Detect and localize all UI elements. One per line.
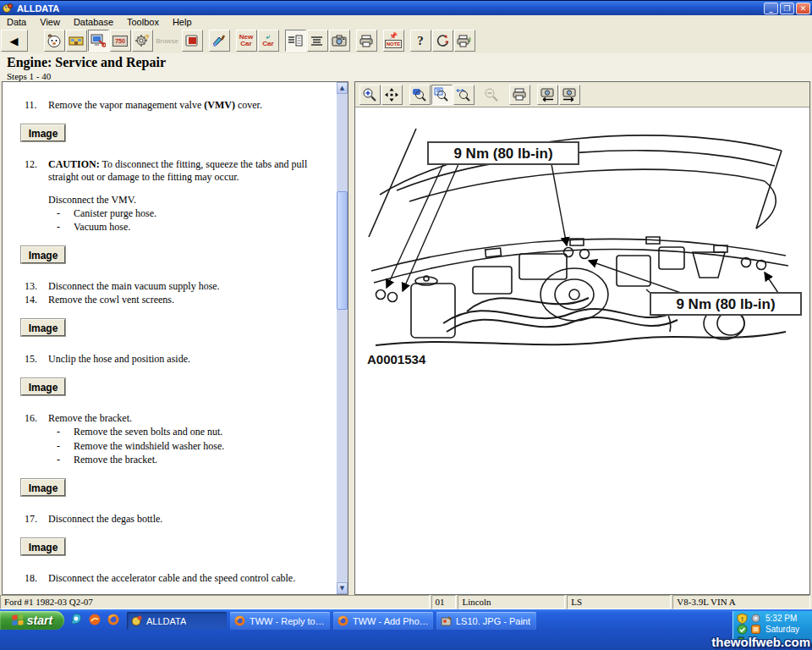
- page-subtitle: Steps 1 - 40: [7, 71, 51, 81]
- new-car-label-2: Car: [239, 41, 253, 47]
- menu-data[interactable]: Data: [0, 17, 33, 27]
- firefox-icon[interactable]: [107, 613, 120, 626]
- start-label: start: [27, 614, 52, 627]
- detail-list-button[interactable]: [285, 30, 306, 52]
- fit-page-button[interactable]: [431, 85, 453, 105]
- minimize-button[interactable]: _: [764, 3, 778, 14]
- image-button[interactable]: Image: [21, 124, 65, 141]
- security-shield-icon[interactable]: !: [737, 613, 748, 624]
- menu-help[interactable]: Help: [166, 17, 199, 27]
- status-year: 01: [431, 595, 457, 609]
- fit-page-icon: [434, 87, 449, 102]
- fax-printer-icon: [457, 35, 472, 47]
- library-button[interactable]: [182, 30, 203, 52]
- media-icon[interactable]: [88, 613, 102, 626]
- new-car-button[interactable]: New Car: [236, 30, 257, 52]
- brush-icon: [211, 34, 227, 47]
- menu-database[interactable]: Database: [67, 17, 120, 27]
- bullet-text: Remove the bracket.: [74, 453, 157, 466]
- messenger-icon[interactable]: [69, 613, 83, 626]
- refresh-button[interactable]: [432, 30, 453, 52]
- assistant-button[interactable]: [44, 30, 65, 52]
- antivirus-icon[interactable]: [737, 624, 748, 635]
- parts-button[interactable]: ?: [132, 30, 153, 52]
- bullet-dash: -: [57, 439, 74, 453]
- notes-button[interactable]: 📌NOTE: [383, 30, 404, 52]
- print-image-button[interactable]: [509, 85, 530, 105]
- back-button[interactable]: ◀: [1, 30, 28, 52]
- images-button[interactable]: [329, 30, 350, 52]
- browse-button[interactable]: Browse: [154, 30, 181, 52]
- title-bar[interactable]: ALLDATA _ ❐ ✕: [0, 0, 812, 15]
- image-button[interactable]: Image: [21, 319, 65, 336]
- task-label: ALLDATA: [146, 616, 186, 626]
- step-13: 13. Disconnect the main vacuum supply ho…: [25, 280, 330, 293]
- bullet-text: Vacuum hose.: [74, 220, 130, 234]
- task-tww-reply[interactable]: TWW - Reply to Topic...: [230, 612, 330, 630]
- dog-icon: [47, 33, 62, 48]
- help-button[interactable]: ?: [410, 30, 431, 52]
- zoom-out-button[interactable]: [481, 85, 502, 105]
- tsb-button[interactable]: 750: [110, 30, 131, 52]
- task-alldata[interactable]: ALLDATA: [127, 612, 227, 630]
- step-number: 12.: [25, 158, 48, 184]
- print-button[interactable]: [356, 30, 377, 52]
- fit-width-button[interactable]: [453, 85, 475, 105]
- pane-splitter[interactable]: [348, 81, 354, 595]
- previous-image-button[interactable]: [537, 85, 558, 105]
- close-button[interactable]: ✕: [796, 3, 810, 14]
- start-button[interactable]: start: [0, 611, 64, 630]
- zoom-100-button[interactable]: [409, 85, 431, 105]
- computer-wrench-icon: [91, 34, 106, 47]
- step-subline: Disconnect the VMV.: [48, 194, 330, 207]
- step-12: 12. CAUTION: To disconnect the fitting, …: [25, 158, 330, 184]
- fax-button[interactable]: [454, 30, 475, 52]
- scroll-up-button[interactable]: ▲: [337, 82, 348, 94]
- svg-text:!: !: [741, 615, 743, 623]
- menu-toolbox[interactable]: Toolbox: [120, 17, 166, 27]
- step-text: cover.: [235, 99, 262, 111]
- car-building-icon: [69, 34, 84, 47]
- alldata-icon: [130, 614, 143, 627]
- image-button[interactable]: Image: [21, 378, 65, 395]
- scrollbar-thumb[interactable]: [337, 191, 348, 310]
- car-label: Car: [262, 41, 273, 47]
- torque-label-2: 9 Nm (80 lb-in): [676, 296, 775, 312]
- status-make: Lincoln: [458, 595, 565, 609]
- bullet-dash: -: [57, 220, 74, 234]
- help-question-icon: ?: [417, 34, 424, 48]
- task-paint[interactable]: LS10. JPG - Paint: [436, 612, 536, 630]
- image-button[interactable]: Image: [21, 479, 65, 496]
- clock[interactable]: 5:32 PM: [765, 614, 797, 623]
- zoom-in-button[interactable]: [359, 85, 381, 105]
- main-toolbar: ◀ 750 ? Browse New Car: [0, 28, 812, 53]
- task-tww-photos[interactable]: TWW - Add Photos - ...: [333, 612, 433, 630]
- document-header: Engine: Service and Repair Steps 1 - 40: [0, 53, 812, 81]
- step-text: Remove the vapor management valve: [48, 99, 204, 111]
- gear-question-icon: ?: [134, 33, 150, 48]
- scheduler-icon[interactable]: [750, 624, 761, 635]
- torque-callout-2: 9 Nm (80 lb-in): [650, 293, 801, 315]
- steps-list: 11. Remove the vapor management valve (V…: [3, 82, 337, 594]
- outline-list-button[interactable]: [307, 30, 328, 52]
- note-label: NOTE: [385, 40, 403, 48]
- step-15: 15. Unclip the hose and position aside.: [25, 353, 330, 366]
- updates-gear-icon[interactable]: [750, 613, 761, 624]
- image-button[interactable]: Image: [21, 538, 65, 555]
- restore-button[interactable]: ❐: [780, 3, 794, 14]
- menu-view[interactable]: View: [33, 17, 67, 27]
- image-button[interactable]: Image: [21, 246, 65, 263]
- paint-tools-button[interactable]: [209, 30, 230, 52]
- next-image-button[interactable]: [559, 85, 580, 105]
- alldata-window: ALLDATA _ ❐ ✕ Data View Database Toolbox…: [0, 0, 812, 650]
- step-number: 16.: [25, 412, 48, 425]
- pan-button[interactable]: [381, 85, 403, 105]
- zoom-out-icon: [484, 87, 499, 102]
- scroll-down-button[interactable]: ▼: [337, 582, 348, 594]
- diagnostics-button[interactable]: [88, 30, 109, 52]
- vehicle-button[interactable]: [66, 30, 87, 52]
- quick-launch: [69, 613, 120, 626]
- step-text: Disconnect the accelerator cable and the…: [48, 572, 330, 585]
- car-select-button[interactable]: ⤶ Car: [258, 30, 279, 52]
- vertical-scrollbar[interactable]: ▲ ▼: [337, 82, 348, 594]
